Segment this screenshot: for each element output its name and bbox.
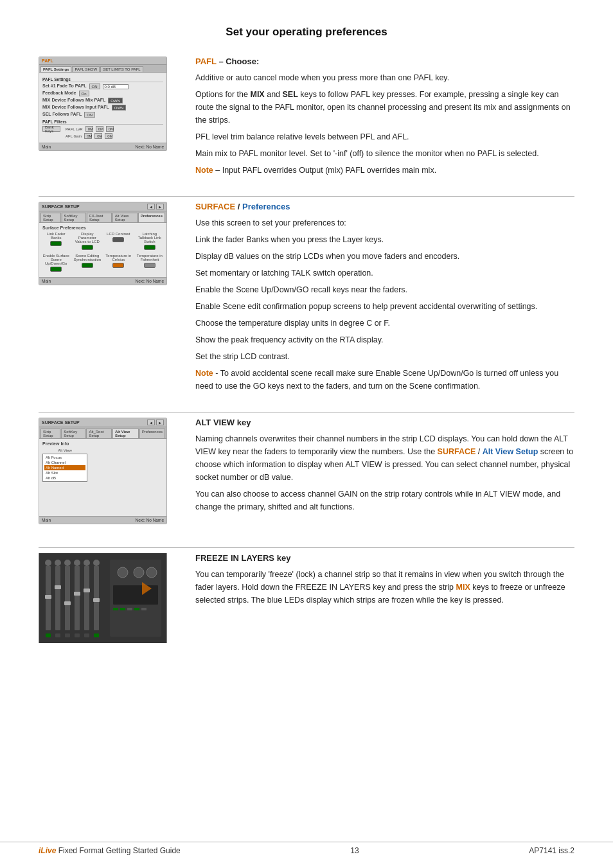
surface-tab-fxasst[interactable]: FX-Asst Setup — [87, 213, 112, 222]
svg-rect-2 — [55, 566, 60, 630]
pafl-para-1: Additive or auto cancel mode when you pr… — [195, 71, 574, 84]
svg-rect-8 — [55, 585, 61, 589]
pafl-row-sel-follows: SEL Follows PAFL ON — [42, 112, 163, 118]
surface-btn-1[interactable]: ◀ — [147, 204, 155, 209]
surface-btn-2[interactable]: ▶ — [156, 204, 164, 209]
surface-toggle-display[interactable] — [82, 245, 93, 250]
surface-toggle-talk[interactable] — [144, 245, 155, 250]
svg-point-15 — [64, 560, 71, 566]
surface-bottom-next: Next: No Name — [136, 279, 164, 283]
svg-rect-12 — [93, 598, 100, 602]
altview-screenshot-area: SURFACE SETUP ◀ ▶ Strip Setup SoftKey Se… — [39, 418, 180, 528]
surface-toggle-link[interactable] — [50, 241, 62, 246]
surface-tab-strip[interactable]: Strip Setup — [40, 213, 61, 222]
surface-grid-row-1: Link Fader Banks Display Parameter Value… — [42, 232, 163, 250]
altview-option-3[interactable]: Alt Named — [44, 465, 85, 470]
svg-rect-5 — [84, 566, 89, 630]
pafl-filter-btn[interactable]: Bank Keys — [42, 126, 60, 132]
svg-rect-19 — [46, 633, 51, 637]
svg-rect-9 — [64, 601, 71, 605]
divider-1 — [39, 196, 574, 197]
pafl-filter-row: Bank Keys PAFL LvR 0M 0M 0M — [42, 126, 163, 132]
altview-tab-root[interactable]: Alt_Root Setup — [86, 429, 112, 438]
altview-option-5[interactable]: Alt dB — [44, 475, 85, 481]
footer: iLive Fixed Format Getting Started Guide… — [0, 842, 613, 855]
altview-btn-2[interactable]: ▶ — [156, 420, 164, 425]
surface-heading-orange: SURFACE — [195, 202, 235, 211]
altview-option-1[interactable]: Alt Focus — [44, 455, 85, 460]
surface-toggle-scene[interactable] — [50, 267, 62, 272]
altview-option-2[interactable]: Alt Channel — [44, 460, 85, 465]
pafl-body: PAFL Settings Set #1 Fade To PAFL ON 0.0… — [39, 73, 166, 143]
pafl-afl-1[interactable]: 0M — [84, 133, 92, 139]
svg-point-18 — [93, 560, 100, 566]
pafl-btn-1[interactable]: ON — [89, 84, 100, 89]
surface-tab-softkey[interactable]: SoftKey Setup — [62, 213, 86, 222]
pafl-btn-feedback[interactable]: On — [79, 91, 89, 96]
pafl-tab-show[interactable]: PAFL SHOW — [72, 66, 100, 72]
page: Set your operating preferences PAFL PAFL… — [0, 0, 613, 868]
altview-dropdown[interactable]: Alt Focus Alt Channel Alt Named Alt Slot… — [42, 454, 87, 482]
surface-cell-lcd: LCD Contrast — [105, 232, 132, 250]
surface-para-2: Display dB values on the strip LCDs when… — [195, 250, 574, 263]
surface-cell-editing: Scene Editing Synchronisation — [73, 254, 101, 272]
altview-tab-altview[interactable]: Alt View Setup — [112, 429, 139, 438]
surface-tab-prefs[interactable]: Preferences — [138, 213, 165, 222]
surface-note: Note - To avoid accidental scene recall … — [195, 367, 574, 393]
surface-bottom: Main Next: No Name — [39, 277, 166, 285]
pafl-afl-3[interactable]: 0M — [105, 133, 112, 139]
altview-option-4[interactable]: Alt Slot — [44, 470, 85, 475]
surface-toggle-lcd[interactable] — [112, 237, 124, 242]
footer-right: AP7141 iss.2 — [529, 846, 574, 855]
surface-toggle-tempF[interactable] — [144, 263, 155, 268]
svg-rect-22 — [75, 633, 80, 637]
altview-btn-1[interactable]: ◀ — [147, 420, 155, 425]
altview-tab-strip[interactable]: Strip Setup — [40, 429, 60, 438]
freeze-photo — [39, 553, 167, 643]
pafl-lvr-3[interactable]: 0M — [106, 126, 114, 132]
svg-rect-11 — [84, 589, 90, 592]
altview-para-1: Naming channels overwrites their channel… — [195, 432, 574, 484]
surface-para-8: Set the strip LCD contrast. — [195, 350, 574, 363]
pafl-para-2: Options for the MIX and SEL keys to foll… — [195, 88, 574, 127]
surface-screenshot-area: SURFACE SETUP ◀ ▶ Strip Setup SoftKey Se… — [39, 202, 180, 393]
footer-ilive: iLive — [39, 846, 56, 855]
svg-rect-7 — [45, 595, 51, 599]
surface-prefs-label: Surface Preferences — [42, 226, 163, 230]
altview-tabs: Strip Setup SoftKey Setup Alt_Root Setup… — [39, 427, 166, 439]
surface-toggle-tempC[interactable] — [112, 263, 124, 268]
surface-heading-blue: Preferences — [242, 202, 290, 211]
altview-tab-softkey[interactable]: SoftKey Setup — [61, 429, 85, 438]
altview-content: ALT VIEW key Naming channels overwrites … — [195, 418, 574, 528]
pafl-settings-label: PAFL Settings — [42, 77, 163, 82]
pafl-tab-limits[interactable]: SET LIMITS TO PAFL — [100, 66, 143, 72]
surface-para-1: Link the fader Banks when you press the … — [195, 233, 574, 246]
pafl-afl-2[interactable]: 0M — [94, 133, 102, 139]
pafl-tab-settings[interactable]: PAFL Settings — [40, 66, 71, 72]
pafl-lvr-2[interactable]: 0M — [96, 126, 103, 132]
pafl-bottom-next: Next: No Name — [136, 145, 164, 149]
surface-tab-altview[interactable]: Alt View Setup — [112, 213, 138, 222]
pafl-btn-follows-mix[interactable]: OWN — [108, 98, 123, 103]
svg-rect-3 — [65, 566, 70, 630]
pafl-bottom: Main Next: No Name — [39, 143, 166, 150]
pafl-btn-sel-follows[interactable]: ON — [84, 112, 95, 118]
divider-3 — [39, 547, 574, 548]
surface-tabs: Strip Setup SoftKey Setup FX-Asst Setup … — [39, 211, 166, 223]
surface-title-label: SURFACE SETUP — [42, 204, 80, 209]
surface-cell-link: Link Fader Banks — [42, 232, 70, 250]
pafl-lvr-1[interactable]: 0M — [85, 126, 93, 132]
surface-grid-row-2: Enable Surface Scene Up/Down/Go Scene Ed… — [42, 254, 163, 272]
surface-toggle-editing[interactable] — [82, 263, 93, 268]
pafl-btn-follows-input[interactable]: OWN — [112, 105, 127, 111]
altview-titlebar: SURFACE SETUP ◀ ▶ — [39, 418, 166, 427]
freeze-content: FREEZE IN LAYERS key You can temporarily… — [195, 553, 574, 643]
freeze-heading: FREEZE IN LAYERS key — [195, 553, 574, 563]
pafl-filters-label: PAFL Filters — [42, 120, 163, 125]
surface-para-5: Enable Scene edit confirmation popup scr… — [195, 300, 574, 313]
svg-rect-33 — [134, 608, 139, 610]
section-surface: SURFACE SETUP ◀ ▶ Strip Setup SoftKey Se… — [39, 202, 574, 393]
surface-para-7: Show the peak frequency activity on the … — [195, 333, 574, 346]
altview-tab-prefs[interactable]: Preferences — [139, 429, 165, 438]
pafl-heading-orange: PAFL — [195, 57, 217, 66]
